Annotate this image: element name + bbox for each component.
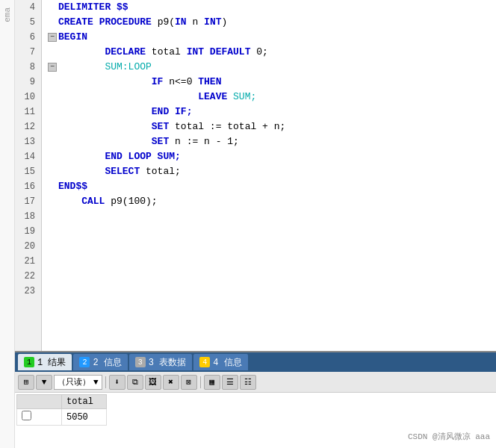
code-token: DEFAULT (210, 45, 251, 60)
code-token: n<=0 (163, 75, 198, 90)
code-token: total := total + n; (169, 119, 285, 134)
code-token (204, 45, 210, 60)
code-token: SET (58, 119, 169, 134)
code-line: SET n := n - 1; (48, 134, 490, 149)
code-content[interactable]: DELIMITER $$CREATE PROCEDURE p9(IN n INT… (42, 0, 496, 351)
code-token: INT (187, 45, 204, 60)
code-token: END LOOP SUM; (58, 149, 181, 164)
code-token: END$$ (58, 179, 87, 194)
tab-label-3: 3 表数据 (149, 356, 186, 369)
line-number: 18 (21, 209, 35, 224)
col-btn2[interactable]: ☰ (222, 375, 238, 390)
line-number: 7 (21, 45, 35, 60)
line-number: 8 (21, 60, 35, 75)
table-header-check (17, 395, 62, 409)
code-token: THEN (198, 75, 221, 90)
code-line: IF n<=0 THEN (48, 75, 490, 90)
code-line: DELIMITER $$ (48, 0, 490, 15)
col-btn3[interactable]: ☷ (240, 375, 256, 390)
code-token: SUM; (227, 90, 256, 105)
fold-icon[interactable]: − (48, 33, 57, 42)
code-line: −BEGIN (48, 30, 490, 45)
view-btn[interactable]: ▼ (36, 375, 52, 390)
toolbar-sep1 (105, 376, 106, 388)
result-toolbar: ⊞ ▼ （只读） ▼ ⬇ ⧉ 🖼 ✖ ⊠ ▦ ☰ ☷ (15, 372, 496, 393)
line-number: 16 (21, 179, 35, 194)
code-line: SET total := total + n; (48, 119, 490, 134)
line-number: 23 (21, 284, 35, 299)
line-number: 19 (21, 224, 35, 239)
line-number: 22 (21, 269, 35, 284)
line-number: 13 (21, 134, 35, 149)
copy-btn[interactable]: ⧉ (127, 375, 143, 390)
tab-3[interactable]: 33 表数据 (129, 354, 192, 370)
tab-icon-2: 2 (79, 357, 90, 367)
table-row: 5050 (17, 409, 107, 426)
grid-btn[interactable]: ⊞ (18, 375, 34, 390)
code-token: 0; (250, 45, 267, 60)
tab-icon-4: 4 (199, 357, 210, 367)
code-token: IN (175, 15, 187, 30)
export-btn[interactable]: ⬇ (109, 375, 125, 390)
code-token: p9( (152, 15, 175, 30)
line-number: 14 (21, 149, 35, 164)
code-token (93, 15, 99, 30)
line-number: 5 (21, 15, 35, 30)
dropdown-arrow-icon: ▼ (93, 378, 99, 387)
code-token: INT (204, 15, 221, 30)
table-header: total (62, 395, 107, 409)
tabs-bar: 11 结果22 信息33 表数据44 信息 (15, 352, 496, 372)
code-token: SELECT (58, 164, 140, 179)
code-token: DELIMITER $$ (58, 0, 128, 15)
watermark: CSDN @清风微凉 aaa (408, 431, 490, 442)
line-number: 11 (21, 105, 35, 119)
code-token: IF (58, 75, 163, 90)
tab-1[interactable]: 11 结果 (18, 354, 72, 370)
code-token: END IF; (58, 105, 192, 119)
readonly-dropdown[interactable]: （只读） ▼ (54, 375, 102, 390)
code-token: LEAVE (58, 90, 227, 105)
line-number: 21 (21, 254, 35, 269)
code-line: CALL p9(100); (48, 194, 490, 209)
filter-btn[interactable]: ⊠ (181, 375, 197, 390)
tab-4[interactable]: 44 信息 (193, 354, 247, 370)
code-token: PROCEDURE (99, 15, 152, 30)
code-token: DECLARE (58, 45, 146, 60)
toolbar-sep2 (200, 376, 201, 388)
tab-2[interactable]: 22 信息 (73, 354, 127, 370)
code-line: LEAVE SUM; (48, 90, 490, 105)
code-line: END$$ (48, 179, 490, 194)
code-line: DECLARE total INT DEFAULT 0; (48, 45, 490, 60)
code-token: total (146, 45, 187, 60)
line-number: 6 (21, 30, 35, 45)
table-cell-check[interactable] (17, 409, 62, 426)
line-number: 17 (21, 194, 35, 209)
code-token: total; (140, 164, 181, 179)
code-line: END IF; (48, 105, 490, 119)
line-number: 20 (21, 239, 35, 254)
tab-icon-1: 1 (24, 357, 34, 367)
fold-icon[interactable]: − (48, 63, 57, 72)
code-token: CALL (58, 194, 105, 209)
code-token: n := n - 1; (169, 134, 239, 149)
code-token: SET (58, 134, 169, 149)
tab-icon-3: 3 (135, 357, 146, 367)
code-token: SUM:LOOP (58, 60, 152, 75)
code-line: SELECT total; (48, 164, 490, 179)
result-table: total5050 (16, 394, 107, 426)
code-token: p9(100); (105, 194, 157, 209)
tab-label-4: 4 信息 (213, 356, 241, 369)
left-sidebar: ema (0, 0, 15, 448)
row-checkbox[interactable] (22, 411, 31, 420)
delete-btn[interactable]: ✖ (163, 375, 179, 390)
col-btn1[interactable]: ▦ (204, 375, 220, 390)
code-token: ) (221, 15, 227, 30)
img-btn[interactable]: 🖼 (145, 375, 161, 390)
code-token: n (187, 15, 204, 30)
sidebar-label: ema (3, 7, 12, 22)
code-token: CREATE (58, 15, 93, 30)
line-number: 12 (21, 119, 35, 134)
line-number: 15 (21, 164, 35, 179)
line-numbers: 4567891011121314151617181920212223 (15, 0, 42, 351)
line-number: 10 (21, 90, 35, 105)
